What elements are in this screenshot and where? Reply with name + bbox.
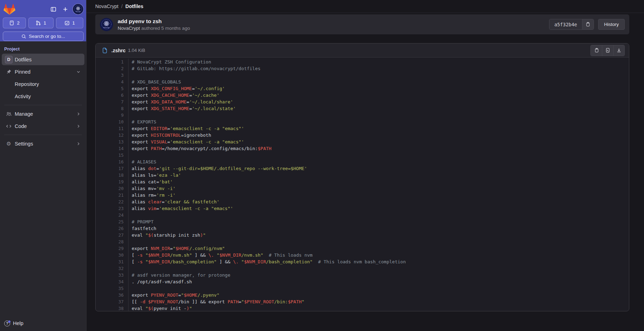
avatar-text: NovaCrypt (76, 11, 81, 12)
line-number[interactable]: 5 (96, 85, 129, 92)
open-raw-button[interactable] (602, 45, 613, 56)
project-avatar: D (5, 56, 13, 63)
line-content: eval "$(pyenv init -)" (129, 305, 192, 311)
line-content: [ -s "$NVM_DIR/nvm.sh" ] && \. "$NVM_DIR… (129, 252, 313, 258)
line-number[interactable]: 4 (96, 79, 129, 85)
line-number[interactable]: 12 (96, 132, 129, 139)
commit-sha-group: a5f32b4e (549, 19, 594, 30)
line-content: alias ls='eza -la' (129, 172, 181, 178)
line-content (129, 112, 132, 119)
issues-count: 2 (17, 20, 19, 26)
issues-icon (9, 20, 14, 26)
line-content (129, 285, 132, 292)
line-number[interactable]: 25 (96, 218, 129, 225)
line-content: # asdf version manager, for protonge (129, 272, 230, 278)
line-number[interactable]: 1 (96, 59, 129, 65)
line-number[interactable]: 34 (96, 278, 129, 285)
breadcrumb-project[interactable]: Dotfiles (125, 4, 143, 9)
sidebar-section-label: Project (4, 46, 86, 52)
breadcrumb: NovaCrypt / Dotfiles (86, 0, 644, 13)
help-icon: ? (4, 320, 10, 326)
sidebar-item-activity[interactable]: Activity (2, 90, 84, 102)
line-number[interactable]: 16 (96, 158, 129, 165)
line-number[interactable]: 23 (96, 205, 129, 212)
help-button[interactable]: ? Help (0, 316, 86, 331)
copy-sha-button[interactable] (582, 19, 594, 29)
line-content: # NovaCrypt ZSH Configuration (129, 59, 211, 65)
line-number[interactable]: 3 (96, 72, 129, 79)
merge-request-icon (36, 20, 41, 26)
line-number[interactable]: 9 (96, 112, 129, 119)
line-number[interactable]: 27 (96, 232, 129, 238)
sidebar-item-dotfiles[interactable]: D Dotfiles (2, 54, 84, 65)
user-avatar[interactable]: NovaCrypt (73, 4, 83, 14)
line-number[interactable]: 14 (96, 145, 129, 152)
sidebar-item-pinned[interactable]: Pinned (2, 66, 84, 77)
line-number[interactable]: 36 (96, 292, 129, 298)
line-number[interactable]: 17 (96, 165, 129, 172)
line-content: export VISUAL='emacsclient -c -a "emacs"… (129, 139, 244, 145)
code-line: 26fastfetch (96, 225, 629, 232)
line-number[interactable]: 29 (96, 245, 129, 252)
line-number[interactable]: 7 (96, 99, 129, 105)
sidebar-item-manage[interactable]: Manage (2, 108, 84, 120)
line-content: export PYENV_ROOT="$HOME/.pyenv" (129, 292, 220, 298)
line-content: # EXPORTS (129, 119, 156, 125)
line-number[interactable]: 11 (96, 125, 129, 132)
line-content: alias rm='rm -i' (129, 192, 175, 198)
sidebar-item-settings[interactable]: ⚙ Settings (2, 138, 84, 149)
line-number[interactable]: 10 (96, 119, 129, 125)
line-number[interactable]: 38 (96, 305, 129, 311)
create-new-icon[interactable] (61, 5, 70, 14)
line-number[interactable]: 35 (96, 285, 129, 292)
line-number[interactable]: 24 (96, 212, 129, 218)
download-button[interactable] (613, 45, 624, 56)
search-placeholder: Search or go to... (29, 34, 65, 39)
line-number[interactable]: 32 (96, 265, 129, 272)
todos-count-button[interactable]: 1 (56, 18, 83, 28)
code-line: 18alias ls='eza -la' (96, 172, 629, 178)
code-line: 11export EDITOR='emacsclient -c -a "emac… (96, 125, 629, 132)
line-number[interactable]: 2 (96, 65, 129, 72)
line-number[interactable]: 19 (96, 178, 129, 185)
code-line: 7export XDG_DATA_HOME='~/.local/share' (96, 99, 629, 105)
collapse-sidebar-icon[interactable] (49, 5, 58, 14)
sidebar-header: NovaCrypt 2 1 1 (0, 0, 86, 41)
line-number[interactable]: 20 (96, 185, 129, 192)
main-content: NovaCrypt / Dotfiles NovaCrypt add pyenv… (86, 0, 644, 331)
line-number[interactable]: 37 (96, 298, 129, 305)
merge-requests-count-button[interactable]: 1 (28, 18, 54, 28)
gitlab-logo-icon[interactable] (4, 4, 15, 15)
line-number[interactable]: 21 (96, 192, 129, 198)
copy-file-contents-button[interactable] (591, 45, 602, 56)
commit-author-avatar[interactable]: NovaCrypt (100, 18, 113, 31)
line-number[interactable]: 28 (96, 238, 129, 245)
commit-author[interactable]: NovaCrypt (118, 26, 140, 31)
chevron-right-icon (76, 112, 81, 116)
line-number[interactable]: 13 (96, 139, 129, 145)
code-icon (5, 123, 13, 129)
code-line: 10# EXPORTS (96, 119, 629, 125)
search-input[interactable]: Search or go to... (3, 32, 84, 41)
sidebar-item-code[interactable]: Code (2, 120, 84, 132)
line-number[interactable]: 18 (96, 172, 129, 178)
line-number[interactable]: 30 (96, 252, 129, 258)
code-line: 8export XDG_STATE_HOME='~/.local/state' (96, 105, 629, 112)
line-number[interactable]: 15 (96, 152, 129, 158)
gear-icon: ⚙ (5, 141, 13, 147)
line-number[interactable]: 31 (96, 258, 129, 265)
line-content: eval "$(starship init zsh)" (129, 232, 206, 238)
breadcrumb-group[interactable]: NovaCrypt (95, 4, 118, 9)
line-number[interactable]: 33 (96, 272, 129, 278)
commit-title[interactable]: add pyenv to zsh (118, 18, 190, 25)
issues-count-button[interactable]: 2 (3, 18, 26, 28)
code-line: 3 (96, 72, 629, 79)
line-number[interactable]: 22 (96, 198, 129, 205)
line-number[interactable]: 6 (96, 92, 129, 99)
line-number[interactable]: 26 (96, 225, 129, 232)
sidebar-item-repository[interactable]: Repository (2, 78, 84, 90)
line-number[interactable]: 8 (96, 105, 129, 112)
code-line: 6export XDG_CACHE_HOME='~/.cache' (96, 92, 629, 99)
users-icon (5, 111, 13, 117)
history-button[interactable]: History (598, 19, 625, 30)
